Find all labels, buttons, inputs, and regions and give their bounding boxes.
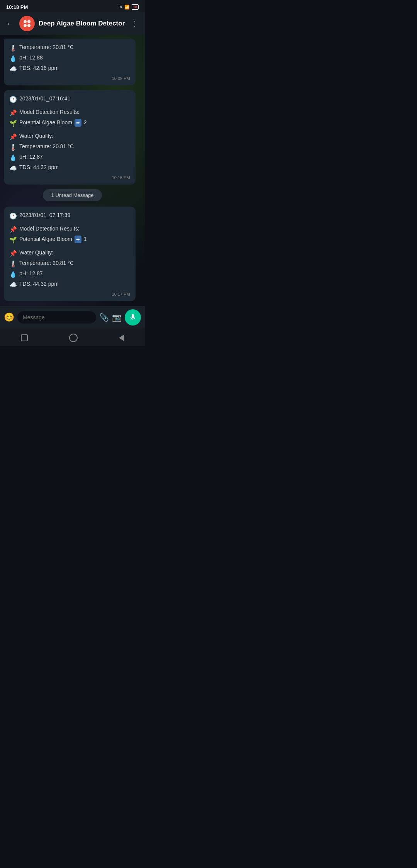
message-timestamp: 10:17 PM [9,292,130,297]
message-line: 📌 Water Quality: [9,132,130,142]
recent-apps-button[interactable] [21,334,28,341]
svg-point-4 [27,24,31,27]
droplet-icon: 💧 [9,270,17,279]
thermometer-icon: 🌡️ [9,143,17,152]
arrow-icon: ➡ [75,119,81,127]
message-bubble: 🌡️ Temperature: 20.81 °C 💧 pH: 12.88 ☁️ … [4,39,136,85]
svg-point-1 [24,20,27,23]
message-line: 🌡️ Temperature: 20.81 °C [9,43,130,53]
app-logo-icon [22,18,32,29]
seedling-icon: 🌱 [9,236,17,245]
message-line: 📌 Water Quality: [9,249,130,258]
svg-point-3 [24,24,27,27]
message-line: 🕐 2023/01/01_07:17:39 [9,211,130,221]
unread-divider: 1 Unread Message [4,189,141,201]
microphone-icon [129,314,136,321]
message-line: 🌱 Potential Algae Bloom ➡ 2 [9,119,130,128]
pin-icon: 📌 [9,108,17,118]
message-line: 💧 pH: 12.87 [9,153,130,163]
droplet-icon: 💧 [9,54,17,63]
input-bar: 😊 📎 📷 [0,306,145,329]
pin-icon: 📌 [9,225,17,234]
back-button[interactable]: ← [5,18,15,30]
home-button[interactable] [69,334,78,342]
app-title: Deep Algae Bloom Detector [39,20,125,27]
chat-area: 🌡️ Temperature: 20.81 °C 💧 pH: 12.88 ☁️ … [0,35,145,306]
close-icon: ✕ [119,5,122,10]
message-line: 🕐 2023/01/01_07:16:41 [9,95,130,104]
cloud-icon: ☁️ [9,164,17,173]
message-line: ☁️ TDS: 42.16 ppm [9,64,130,74]
clock-icon: 🕐 [9,212,17,221]
seedling-icon: 🌱 [9,119,17,128]
svg-point-0 [22,19,32,29]
message-bubble: 🕐 2023/01/01_07:17:39 📌 Model Detection … [4,207,136,301]
message-line: 🌱 Potential Algae Bloom ➡ 1 [9,235,130,245]
back-nav-button[interactable] [119,334,124,341]
app-bar: ← Deep Algae Bloom Detector ⋮ [0,12,145,35]
status-time: 10:18 PM [6,4,28,10]
message-line: 💧 pH: 12.88 [9,54,130,63]
message-line: 📌 Model Detection Results: [9,225,130,234]
cloud-icon: ☁️ [9,64,17,74]
pin-icon: 📌 [9,249,17,258]
message-bubble: 🕐 2023/01/01_07:16:41 📌 Model Detection … [4,90,136,185]
camera-button[interactable]: 📷 [112,313,122,322]
attach-button[interactable]: 📎 [99,313,109,322]
message-line: ☁️ TDS: 44.32 ppm [9,280,130,290]
clock-icon: 🕐 [9,95,17,104]
cloud-icon: ☁️ [9,280,17,290]
thermometer-icon: 🌡️ [9,44,17,53]
arrow-icon: ➡ [75,236,81,243]
avatar [19,16,35,31]
nav-bar [0,329,145,346]
pin-icon: 📌 [9,132,17,142]
droplet-icon: 💧 [9,153,17,163]
emoji-button[interactable]: 😊 [4,312,14,322]
message-line: 📌 Model Detection Results: [9,108,130,118]
message-timestamp: 10:16 PM [9,175,130,180]
message-line: ☁️ TDS: 44.32 ppm [9,163,130,173]
mic-button[interactable] [125,309,141,326]
more-options-button[interactable]: ⋮ [129,17,140,30]
message-line: 🌡️ Temperature: 20.81 °C [9,142,130,152]
message-input[interactable] [17,311,96,324]
message-line: 💧 pH: 12.87 [9,270,130,279]
unread-badge: 1 Unread Message [43,189,102,201]
message-timestamp: 10:09 PM [9,76,130,81]
wifi-icon: 📶 [124,5,130,10]
status-icons: ✕ 📶 10 [119,4,139,10]
thermometer-icon: 🌡️ [9,259,17,269]
status-bar: 10:18 PM ✕ 📶 10 [0,0,145,12]
svg-point-2 [27,20,31,23]
battery-icon: 10 [132,4,139,10]
message-line: 🌡️ Temperature: 20.81 °C [9,259,130,269]
